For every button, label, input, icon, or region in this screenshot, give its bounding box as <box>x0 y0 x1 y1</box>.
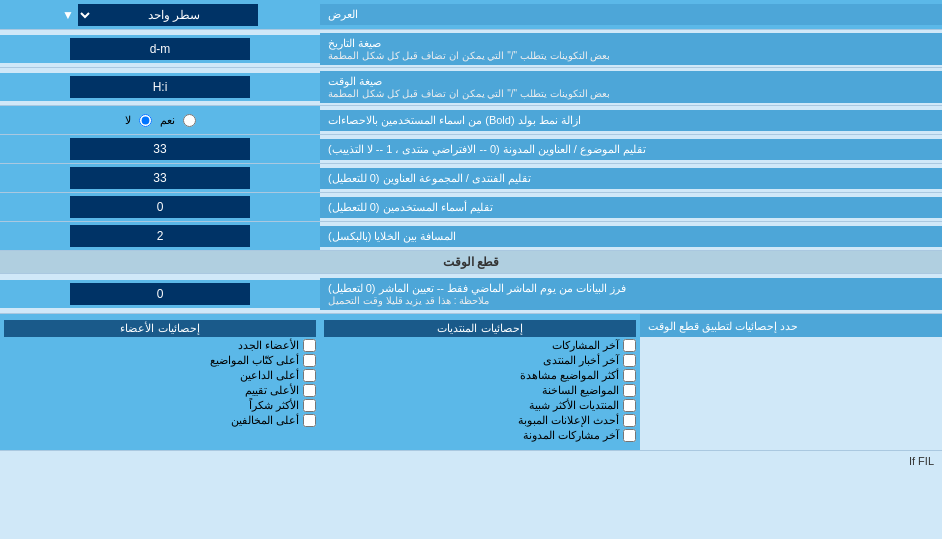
member-stat-checkbox-3[interactable] <box>303 369 316 382</box>
forum-order-label: تقليم الفنتدى / المجموعة العناوين (0 للت… <box>320 168 942 189</box>
cell-spacing-input[interactable] <box>70 225 250 247</box>
member-stat-checkbox-5[interactable] <box>303 399 316 412</box>
checkbox-item[interactable]: الأكثر شكراً <box>4 399 316 412</box>
checkbox-item[interactable]: الأعضاء الجدد <box>4 339 316 352</box>
checkbox-item[interactable]: أعلى كتّاب المواضيع <box>4 354 316 367</box>
realtime-header-text: قطع الوقت <box>443 255 499 269</box>
checkbox-item[interactable]: أعلى المخالفين <box>4 414 316 427</box>
header-label: العرض <box>320 4 942 25</box>
forum-stat-checkbox-7[interactable] <box>623 429 636 442</box>
member-stats-header-text: إحصائيات الأعضاء <box>120 322 199 334</box>
display-select[interactable]: سطر واحد <box>78 4 258 26</box>
realtime-filter-label: فرز البيانات من يوم الماشر الماضي فقط --… <box>320 278 942 310</box>
realtime-filter-control[interactable] <box>0 280 320 308</box>
forum-stat-label-2: آخر أخبار المنتدى <box>543 354 619 367</box>
checkbox-item[interactable]: المنتديات الأكثر شبية <box>324 399 636 412</box>
member-stat-checkbox-6[interactable] <box>303 414 316 427</box>
member-stat-label-3: أعلى الداعين <box>240 369 299 382</box>
checkbox-item[interactable]: أكثر المواضيع مشاهدة <box>324 369 636 382</box>
header-control[interactable]: سطر واحد ▼ <box>0 1 320 29</box>
date-format-title: صيغة التاريخ <box>328 37 381 50</box>
forum-stat-label-5: المنتديات الأكثر شبية <box>529 399 619 412</box>
time-format-label: صيغة الوقت بعض التكوينات يتطلب "/" التي … <box>320 71 942 103</box>
date-format-input[interactable] <box>70 38 250 60</box>
member-stats-col: إحصائيات الأعضاء الأعضاء الجدد أعلى كتّا… <box>0 318 320 431</box>
forum-order-input[interactable] <box>70 167 250 189</box>
checkbox-item[interactable]: الأعلى تقييم <box>4 384 316 397</box>
realtime-filter-title: فرز البيانات من يوم الماشر الماضي فقط --… <box>328 282 626 295</box>
forum-order-title: تقليم الفنتدى / المجموعة العناوين (0 للت… <box>328 172 531 185</box>
checkbox-item[interactable]: المواضيع الساخنة <box>324 384 636 397</box>
stats-checkboxes-area: إحصائيات المنتديات آخر المشاركات آخر أخب… <box>0 314 640 450</box>
cell-spacing-control[interactable] <box>0 222 320 250</box>
usernames-trim-label: تقليم أسماء المستخدمين (0 للتعطيل) <box>320 197 942 218</box>
date-format-control[interactable] <box>0 35 320 63</box>
bold-no-label: لا <box>125 114 131 127</box>
cell-spacing-label: المسافة بين الخلايا (بالبكسل) <box>320 226 942 247</box>
usernames-trim-control[interactable] <box>0 193 320 221</box>
forum-stat-checkbox-5[interactable] <box>623 399 636 412</box>
member-stat-checkbox-2[interactable] <box>303 354 316 367</box>
realtime-filter-note: ملاحظة : هذا قد يزيد قليلا وقت التحميل <box>328 295 489 306</box>
bold-yes-label: نعم <box>160 114 175 127</box>
forum-stat-label-1: آخر المشاركات <box>552 339 619 352</box>
member-stat-label-2: أعلى كتّاب المواضيع <box>210 354 299 367</box>
bold-yes-radio[interactable] <box>183 114 196 127</box>
forum-stats-col: إحصائيات المنتديات آخر المشاركات آخر أخب… <box>320 318 640 446</box>
date-format-label: صيغة التاريخ بعض التكوينات يتطلب "/" الت… <box>320 33 942 65</box>
bold-remove-title: ازالة نمط بولد (Bold) من اسماء المستخدمي… <box>328 114 581 127</box>
checkbox-item[interactable]: أحدث الإعلانات المبوبة <box>324 414 636 427</box>
bold-remove-control[interactable]: نعم لا <box>0 106 320 134</box>
member-stat-label-1: الأعضاء الجدد <box>238 339 299 352</box>
forum-stat-checkbox-6[interactable] <box>623 414 636 427</box>
forum-stat-label-4: المواضيع الساخنة <box>542 384 619 397</box>
realtime-filter-input[interactable] <box>70 283 250 305</box>
member-stat-checkbox-1[interactable] <box>303 339 316 352</box>
forum-stats-header-text: إحصائيات المنتديات <box>437 322 522 334</box>
topics-order-title: تقليم الموضوع / العناوين المدونة (0 -- ا… <box>328 143 646 156</box>
bold-remove-label: ازالة نمط بولد (Bold) من اسماء المستخدمي… <box>320 110 942 131</box>
checkbox-item[interactable]: أعلى الداعين <box>4 369 316 382</box>
forum-stat-checkbox-1[interactable] <box>623 339 636 352</box>
bold-no-radio[interactable] <box>139 114 152 127</box>
stats-apply-title: حدد إحصائيات لتطبيق قطع الوقت <box>648 320 798 333</box>
stats-apply-label: حدد إحصائيات لتطبيق قطع الوقت <box>640 314 942 337</box>
forum-stat-checkbox-3[interactable] <box>623 369 636 382</box>
checkbox-item[interactable]: آخر أخبار المنتدى <box>324 354 636 367</box>
realtime-section-header: قطع الوقت <box>0 251 942 274</box>
cell-spacing-title: المسافة بين الخلايا (بالبكسل) <box>328 230 457 243</box>
forum-stat-label-6: أحدث الإعلانات المبوبة <box>518 414 619 427</box>
time-format-input[interactable] <box>70 76 250 98</box>
forum-order-control[interactable] <box>0 164 320 192</box>
usernames-trim-title: تقليم أسماء المستخدمين (0 للتعطيل) <box>328 201 493 214</box>
time-format-title: صيغة الوقت <box>328 75 382 88</box>
topics-order-input[interactable] <box>70 138 250 160</box>
member-stat-checkbox-4[interactable] <box>303 384 316 397</box>
topics-order-label: تقليم الموضوع / العناوين المدونة (0 -- ا… <box>320 139 942 160</box>
time-format-note: بعض التكوينات يتطلب "/" التي يمكن ان تضا… <box>328 88 610 99</box>
checkbox-item[interactable]: آخر المشاركات <box>324 339 636 352</box>
checkbox-item[interactable]: آخر مشاركات المدونة <box>324 429 636 442</box>
member-stat-label-5: الأكثر شكراً <box>249 399 299 412</box>
forum-stat-checkbox-2[interactable] <box>623 354 636 367</box>
forum-stat-checkbox-4[interactable] <box>623 384 636 397</box>
footer-label: If FIL <box>909 455 934 467</box>
header-label-text: العرض <box>328 8 358 21</box>
forum-stats-header: إحصائيات المنتديات <box>324 320 636 337</box>
forum-stat-label-7: آخر مشاركات المدونة <box>523 429 619 442</box>
forum-stat-label-3: أكثر المواضيع مشاهدة <box>520 369 619 382</box>
date-format-note: بعض التكوينات يتطلب "/" التي يمكن ان تضا… <box>328 50 610 61</box>
topics-order-control[interactable] <box>0 135 320 163</box>
member-stats-header: إحصائيات الأعضاء <box>4 320 316 337</box>
usernames-trim-input[interactable] <box>70 196 250 218</box>
member-stat-label-4: الأعلى تقييم <box>245 384 299 397</box>
footer-text: If FIL <box>0 451 942 471</box>
time-format-control[interactable] <box>0 73 320 101</box>
member-stat-label-6: أعلى المخالفين <box>231 414 299 427</box>
